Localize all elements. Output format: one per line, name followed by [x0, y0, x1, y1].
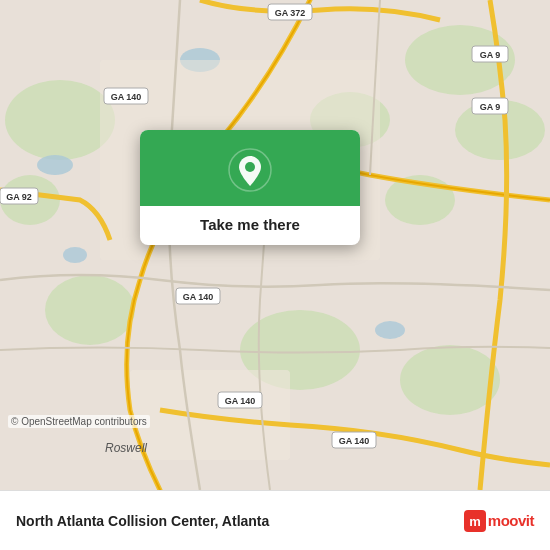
moovit-logo: m moovit: [464, 510, 534, 532]
city-text: Atlanta: [219, 513, 270, 529]
svg-point-3: [45, 275, 135, 345]
svg-text:GA 9: GA 9: [480, 50, 501, 60]
moovit-text: moovit: [488, 512, 534, 529]
popup-card: Take me there: [140, 130, 360, 245]
svg-point-13: [375, 321, 405, 339]
osm-credit: © OpenStreetMap contributors: [8, 415, 150, 428]
svg-point-11: [63, 247, 87, 263]
svg-point-10: [37, 155, 73, 175]
svg-text:GA 140: GA 140: [183, 292, 214, 302]
svg-text:GA 92: GA 92: [6, 192, 32, 202]
svg-text:GA 140: GA 140: [339, 436, 370, 446]
bottom-bar: North Atlanta Collision Center, Atlanta …: [0, 490, 550, 550]
svg-text:GA 140: GA 140: [111, 92, 142, 102]
svg-text:GA 372: GA 372: [275, 8, 306, 18]
take-me-there-button[interactable]: Take me there: [140, 206, 360, 245]
svg-point-34: [245, 162, 255, 172]
svg-point-1: [5, 80, 115, 160]
location-name-text: North Atlanta Collision Center: [16, 513, 215, 529]
svg-text:GA 9: GA 9: [480, 102, 501, 112]
moovit-icon: m: [464, 510, 486, 532]
svg-text:GA 140: GA 140: [225, 396, 256, 406]
location-name: North Atlanta Collision Center, Atlanta: [16, 513, 269, 529]
popup-green-area: [140, 130, 360, 206]
pin-icon: [228, 148, 272, 192]
map-container: GA 372 GA 140 GA 9 GA 9 GA 92 GA 140 GA …: [0, 0, 550, 490]
svg-text:Roswell: Roswell: [105, 441, 147, 455]
svg-point-9: [400, 345, 500, 415]
svg-text:m: m: [469, 514, 481, 529]
